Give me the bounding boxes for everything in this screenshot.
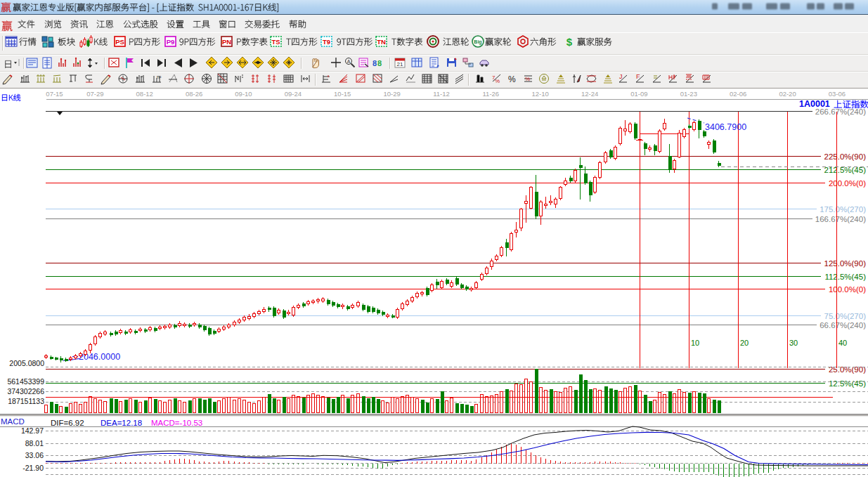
svg-text:561453399: 561453399 (7, 377, 44, 386)
svg-text:09-10: 09-10 (235, 90, 252, 98)
svg-text:20: 20 (740, 339, 749, 347)
svg-text:66.67%(240): 66.67%(240) (820, 321, 866, 329)
svg-text:8: 8 (373, 59, 377, 67)
svg-text:166.67%(240): 166.67%(240) (815, 215, 866, 223)
svg-text:J: J (619, 73, 623, 80)
svg-text:11-12: 11-12 (433, 90, 450, 98)
svg-text:03-06: 03-06 (829, 90, 846, 98)
svg-text:187151133: 187151133 (8, 397, 44, 405)
svg-text:T9: T9 (323, 38, 330, 46)
svg-text:F: F (636, 73, 640, 80)
svg-text:3406.7900: 3406.7900 (705, 122, 746, 132)
svg-text:08-26: 08-26 (186, 90, 202, 98)
svg-text:P9: P9 (167, 38, 175, 46)
svg-text:01-23: 01-23 (680, 90, 697, 98)
svg-text:40: 40 (838, 339, 847, 347)
svg-text:12.5%(45): 12.5%(45) (829, 379, 866, 388)
svg-text:8: 8 (377, 59, 382, 67)
svg-text:10-29: 10-29 (383, 90, 400, 98)
svg-text:PS: PS (115, 38, 124, 46)
svg-text:TS: TS (271, 38, 280, 46)
svg-text:175.0%(270): 175.0%(270) (820, 205, 866, 214)
svg-text:12-24: 12-24 (581, 90, 598, 98)
svg-text:266.67%(240): 266.67%(240) (815, 107, 866, 116)
svg-text:n²: n² (157, 74, 162, 79)
svg-text:374302266: 374302266 (7, 387, 44, 396)
svg-text:02-20: 02-20 (779, 90, 796, 98)
svg-text:112.5%(45): 112.5%(45) (824, 273, 866, 281)
svg-text:A: A (347, 59, 351, 64)
svg-text:2005.0800: 2005.0800 (9, 359, 44, 367)
svg-text:200.0%(0): 200.0%(0) (829, 179, 866, 188)
svg-text:09-24: 09-24 (285, 90, 302, 98)
svg-text:100.0%(0): 100.0%(0) (829, 285, 866, 294)
svg-text:30: 30 (789, 339, 798, 347)
svg-text:Big: Big (474, 39, 481, 45)
svg-text:DIF=6.92: DIF=6.92 (51, 419, 84, 427)
svg-text:21: 21 (397, 61, 403, 67)
svg-text:MACD: MACD (1, 417, 25, 426)
svg-text:10: 10 (691, 339, 699, 347)
svg-text:TN: TN (377, 38, 386, 46)
svg-text:88.01: 88.01 (25, 439, 44, 447)
svg-text:10-15: 10-15 (334, 90, 351, 98)
svg-text:-21.90: -21.90 (22, 464, 44, 472)
svg-text:MACD=-10.53: MACD=-10.53 (151, 419, 202, 427)
svg-text:PN: PN (222, 38, 231, 46)
svg-text:25.0%(90): 25.0%(90) (829, 365, 866, 374)
svg-text:%: % (525, 76, 530, 82)
svg-text:11-26: 11-26 (483, 90, 500, 98)
svg-text:07-29: 07-29 (86, 90, 103, 98)
svg-text:125.0%(90): 125.0%(90) (824, 259, 867, 268)
svg-text:%: % (508, 74, 516, 84)
svg-text:225.0%(90): 225.0%(90) (824, 152, 867, 161)
svg-text:12-10: 12-10 (532, 90, 549, 98)
svg-text:142.97: 142.97 (21, 426, 44, 435)
svg-text:$: $ (566, 36, 573, 48)
svg-text:DEA=12.18: DEA=12.18 (101, 419, 142, 427)
svg-text:08-12: 08-12 (136, 90, 153, 98)
svg-text:02-06: 02-06 (730, 90, 746, 98)
svg-text:75.0%(270): 75.0%(270) (824, 312, 867, 320)
svg-text:07-15: 07-15 (46, 90, 63, 98)
svg-text:01-09: 01-09 (630, 90, 647, 98)
svg-text:33.06: 33.06 (25, 451, 44, 459)
